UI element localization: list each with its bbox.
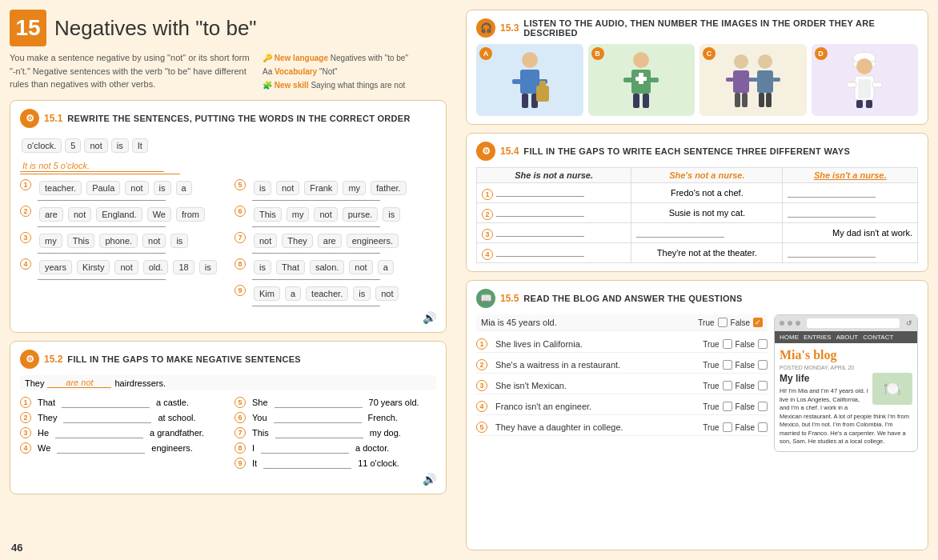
15-5-q2: 2 She's a waitress in a restaurant. True…	[476, 357, 768, 374]
speaker-icon-15-2: 🔊	[20, 473, 436, 486]
15-5-q5: 5 They have a daughter in college. True …	[476, 419, 768, 436]
blog-nav: HOME ENTRIES ABOUT CONTACT	[775, 331, 917, 343]
sample-true-checkbox[interactable]	[718, 318, 728, 327]
15-5-content: Mia is 45 years old. True False 1 She li…	[476, 314, 918, 452]
sample-tiles-row: o'clock. 5 not is It	[20, 134, 436, 157]
svg-point-16	[734, 54, 748, 69]
q1-false-checkbox[interactable]	[758, 339, 768, 349]
svg-rect-36	[866, 100, 872, 108]
15-2-q8: 8 I a doctor.	[234, 442, 436, 454]
exercise-9-row: 9 Kim a teacher. is not	[234, 285, 436, 306]
q2-true-checkbox[interactable]	[723, 360, 732, 370]
15-4-row-4: 4 They're not at the theater.	[477, 243, 918, 263]
exercise-3-row: 3 my This phone. not is	[20, 232, 222, 254]
q5-true-checkbox[interactable]	[723, 422, 732, 432]
svg-point-0	[522, 52, 538, 68]
section-15-5-icon: 📖	[476, 289, 495, 308]
page-number: 15	[10, 10, 46, 46]
exercise-1-row: 1 teacher. Paula not is a	[20, 179, 222, 201]
svg-rect-14	[633, 94, 639, 108]
15-5-q3: 3 She isn't Mexican. True False	[476, 378, 768, 394]
svg-rect-33	[847, 82, 856, 87]
section-15-2: ⚙ 15.2 FILL IN THE GAPS TO MAKE NEGATIVE…	[10, 341, 447, 494]
svg-rect-32	[858, 79, 871, 98]
exercise-5-row: 5 is not Frank my father.	[234, 179, 436, 201]
blog-browser-bar: ↺	[775, 315, 917, 331]
15-4-row-2: 2 Susie is not my cat.	[477, 203, 918, 223]
15-2-q3: 3 He a grandfather.	[20, 427, 222, 438]
q5-false-checkbox[interactable]	[758, 422, 768, 432]
speaker-icon-15-1: 🔊	[20, 311, 436, 324]
15-3-images: A	[476, 44, 918, 116]
blog-nav-about[interactable]: ABOUT	[836, 334, 859, 341]
q4-true-checkbox[interactable]	[723, 402, 732, 411]
svg-rect-25	[772, 78, 780, 82]
section-15-4-icon: ⚙	[476, 142, 495, 161]
svg-rect-11	[635, 77, 647, 81]
15-2-q9: 9 It 11 o'clock.	[234, 458, 436, 469]
svg-point-30	[856, 58, 872, 74]
svg-rect-18	[726, 78, 734, 82]
svg-rect-13	[649, 78, 659, 82]
image-a: A	[476, 44, 583, 116]
svg-rect-7	[539, 81, 546, 87]
page-title: Negatives with "to be"	[54, 16, 257, 41]
svg-rect-34	[872, 82, 882, 87]
svg-rect-4	[522, 94, 528, 108]
15-4-row-1: 1 Fredo's not a chef.	[477, 183, 918, 203]
q2-false-checkbox[interactable]	[758, 360, 768, 370]
sample-answer: It is not 5 o'clock.	[20, 160, 164, 172]
blog-my-life: 🍽️ My life	[780, 373, 912, 384]
15-5-sample: Mia is 45 years old. True False	[476, 314, 768, 331]
svg-rect-24	[750, 78, 758, 82]
svg-rect-15	[643, 94, 649, 108]
q4-false-checkbox[interactable]	[758, 402, 768, 411]
page-subtitle: You make a sentence negative by using "n…	[10, 51, 250, 92]
blog-nav-entries[interactable]: ENTRIES	[804, 334, 832, 341]
15-2-q6: 6 You French.	[234, 412, 436, 423]
blog-food-image: 🍽️	[872, 373, 912, 405]
exercise-8-row: 8 is That salon. not a	[234, 258, 436, 280]
svg-point-8	[633, 52, 649, 68]
q3-false-checkbox[interactable]	[758, 381, 768, 390]
15-2-q5: 5 She 70 years old.	[234, 397, 436, 408]
exercise-7-row: 7 not They are engineers.	[234, 232, 436, 254]
15-5-q1: 1 She lives in California. True False	[476, 336, 768, 353]
15-2-sample: They are not hairdressers.	[20, 375, 436, 390]
section-15-4: ⚙ 15.4 FILL IN THE GAPS TO WRITE EACH SE…	[466, 133, 928, 272]
exercise-4-row: 4 years Kirsty not old. 18 is	[20, 258, 222, 280]
q3-true-checkbox[interactable]	[723, 381, 732, 390]
15-2-q4: 4 We engineers.	[20, 442, 222, 454]
section-15-1: ⚙ 15.1 REWRITE THE SENTENCES, PUTTING TH…	[10, 100, 447, 333]
15-4-table: She is not a nurse. She's not a nurse. S…	[476, 167, 918, 263]
image-d: D	[812, 44, 919, 116]
svg-rect-35	[856, 100, 863, 108]
svg-rect-6	[536, 86, 549, 102]
exercise-6-row: 6 This my not purse. is	[234, 206, 436, 227]
blog-title: Mia's blog	[780, 348, 912, 362]
svg-point-22	[758, 54, 772, 69]
blog-content: Mia's blog POSTED MONDAY, APRIL 20 🍽️ My…	[775, 343, 917, 451]
blog-nav-contact[interactable]: CONTACT	[863, 334, 893, 341]
svg-rect-2	[512, 79, 522, 84]
section-15-2-icon: ⚙	[20, 350, 39, 369]
blog-nav-home[interactable]: HOME	[780, 334, 799, 341]
exercise-2-row: 2 are not England. We from	[20, 206, 222, 227]
svg-rect-27	[766, 93, 772, 107]
svg-rect-20	[735, 93, 740, 107]
blog-preview: ↺ HOME ENTRIES ABOUT CONTACT Mia's blog …	[774, 314, 918, 452]
svg-rect-26	[759, 93, 764, 107]
svg-rect-21	[742, 93, 748, 107]
svg-rect-17	[733, 70, 749, 93]
15-4-row-3: 3 My dad isn't at work.	[477, 223, 918, 243]
svg-rect-12	[623, 78, 633, 82]
image-c: C	[699, 44, 807, 116]
sample-false-checkbox[interactable]	[753, 318, 763, 327]
page-num-bottom: 46	[11, 542, 22, 554]
svg-rect-23	[757, 70, 773, 93]
section-15-3: 🎧 15.3 LISTEN TO THE AUDIO, THEN NUMBER …	[466, 10, 928, 125]
15-2-q1: 1 That a castle.	[20, 397, 222, 408]
15-5-questions: Mia is 45 years old. True False 1 She li…	[476, 314, 768, 452]
q1-true-checkbox[interactable]	[723, 339, 732, 349]
section-15-3-icon: 🎧	[476, 18, 495, 38]
